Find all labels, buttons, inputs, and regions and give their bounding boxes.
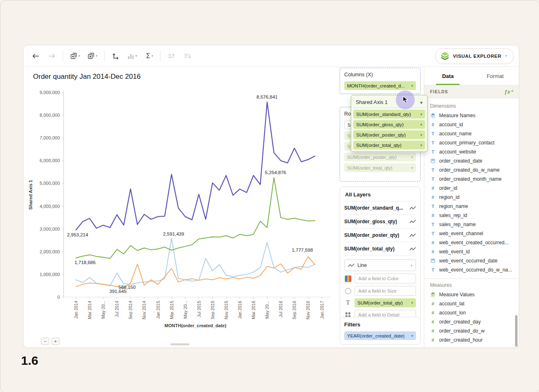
field-item[interactable]: Torder_created_do_w_name bbox=[424, 165, 519, 175]
chart-type-button[interactable]: ▾ bbox=[126, 51, 139, 61]
field-label: web_event_created_occurred... bbox=[439, 240, 508, 246]
number-icon: # bbox=[430, 310, 436, 315]
text-icon: T bbox=[430, 168, 436, 172]
filters-title: Filters bbox=[344, 321, 416, 328]
bar-chart-icon bbox=[128, 53, 134, 59]
field-item[interactable]: Tsales_rep_name bbox=[424, 220, 519, 229]
pill-label: SUM(order_poster_qty) bbox=[356, 132, 406, 137]
svg-text:Mar 2014: Mar 2014 bbox=[87, 301, 92, 319]
sort-ascending-button[interactable] bbox=[166, 51, 176, 61]
data-sidebar: Data Format FIELDS ƒx⁺ Dimensions Measur… bbox=[424, 67, 519, 347]
add-calculated-field-icon[interactable]: ƒx⁺ bbox=[504, 89, 513, 95]
mark-type-dropdown[interactable]: Line ▾ bbox=[344, 260, 416, 271]
pill-label: SUM(order_poster_qty) bbox=[347, 155, 397, 160]
field-item[interactable]: #order_id bbox=[424, 184, 519, 193]
svg-text:Shared Axis 1: Shared Axis 1 bbox=[28, 180, 33, 210]
field-item[interactable]: #sales_rep_id bbox=[424, 211, 519, 220]
chevron-down-icon: ▾ bbox=[505, 54, 507, 58]
swap-axes-icon bbox=[112, 52, 119, 60]
field-item[interactable]: Measure Names bbox=[424, 111, 519, 120]
field-item[interactable]: #region_id bbox=[424, 193, 519, 202]
horizontal-scrollbar[interactable] bbox=[170, 343, 189, 345]
order-quantity-chart[interactable]: 01,000,0002,000,0003,000,0004,000,0005,0… bbox=[26, 85, 339, 332]
pill-label: MONTH(order_created_d... bbox=[347, 83, 405, 88]
forward-button[interactable] bbox=[47, 52, 57, 61]
field-item[interactable]: Measure Values bbox=[424, 290, 519, 299]
layer-label: SUM(order_total_qty) bbox=[344, 246, 395, 252]
layer-row[interactable]: SUM(order_total_qty) bbox=[344, 242, 416, 256]
measure-pill[interactable]: SUM(order_poster_qty)▾ bbox=[353, 130, 425, 139]
shelf-pill[interactable]: SUM(order_total_qty)▾ bbox=[355, 298, 416, 307]
number-icon: # bbox=[430, 319, 436, 324]
filter-pill[interactable]: YEAR(order_created_date) ▾ bbox=[344, 331, 416, 340]
field-item[interactable]: #account_lat bbox=[424, 299, 519, 308]
field-item[interactable]: #order_created_hour bbox=[424, 335, 519, 345]
measure-pill[interactable]: SUM(order_gloss_qty)▾ bbox=[353, 120, 425, 129]
zoom-in-button[interactable]: + bbox=[52, 338, 59, 345]
field-item[interactable]: Taccount_primary_contact bbox=[424, 138, 519, 147]
text-icon: T bbox=[430, 149, 436, 154]
columns-shelf-title: Columns (X) bbox=[344, 72, 416, 78]
measure-pill[interactable]: SUM(order_total_qty)▾ bbox=[353, 141, 425, 149]
field-item[interactable]: order_created_date bbox=[424, 156, 519, 165]
columns-field-pill[interactable]: MONTH(order_created_d... ▾ bbox=[344, 81, 416, 90]
chevron-down-icon: ▾ bbox=[411, 334, 413, 338]
svg-text:2,000,000: 2,000,000 bbox=[40, 249, 60, 254]
measure-pill-ghost[interactable]: SUM(order_poster_qty)▾ bbox=[344, 153, 416, 161]
tab-format[interactable]: Format bbox=[472, 67, 519, 85]
field-item[interactable]: #web_event_created_occurred... bbox=[424, 238, 519, 247]
back-button[interactable] bbox=[30, 52, 41, 61]
field-item[interactable]: #account_id bbox=[424, 120, 519, 129]
shelf-dropzone[interactable]: Add a field to Size bbox=[355, 286, 416, 296]
pill-label: SUM(order_total_qty) bbox=[356, 143, 402, 148]
field-item[interactable]: #web_event_id bbox=[424, 247, 519, 256]
arrow-left-icon bbox=[32, 53, 39, 59]
field-item[interactable]: Tweb_event_occurred_do_w_na... bbox=[424, 265, 519, 274]
svg-text:Jan 2014: Jan 2014 bbox=[73, 301, 78, 319]
svg-text:May 20...: May 20... bbox=[101, 301, 106, 319]
field-item[interactable]: Torder_created_month_name bbox=[424, 175, 519, 184]
field-label: order_created_do_w_name bbox=[439, 167, 500, 173]
clear-card-button[interactable]: ▾ bbox=[86, 51, 99, 61]
visual-explorer-menu-button[interactable]: VISUAL EXPLORER ▾ bbox=[435, 48, 514, 64]
line-mark-icon bbox=[409, 233, 416, 238]
measure-pill[interactable]: SUM(order_standard_qty)▾ bbox=[353, 110, 425, 118]
sort-descending-button[interactable] bbox=[182, 51, 192, 61]
layer-row[interactable]: SUM(order_standard_q... bbox=[344, 201, 416, 215]
svg-text:Nov 2015: Nov 2015 bbox=[224, 301, 229, 319]
pill-label: SUM(order_standard_qty) bbox=[356, 112, 411, 117]
fields-header: FIELDS ƒx⁺ bbox=[424, 85, 519, 98]
aggregate-button[interactable]: Σ ▾ bbox=[144, 51, 155, 61]
field-item[interactable]: #account_lon bbox=[424, 308, 519, 317]
line-mark-icon bbox=[348, 263, 355, 268]
swap-axes-button[interactable] bbox=[110, 51, 121, 61]
measure-pill-ghost[interactable]: SUM(order_total_qty)▾ bbox=[344, 163, 416, 172]
chevron-down-icon: ▾ bbox=[411, 166, 413, 170]
svg-text:6,000,000: 6,000,000 bbox=[40, 158, 60, 163]
field-item[interactable]: Taccount_website bbox=[424, 147, 519, 156]
duplicate-card-button[interactable]: ▾ bbox=[69, 51, 82, 61]
sidebar-scrollbar[interactable] bbox=[515, 315, 518, 347]
svg-text:Jul 2014: Jul 2014 bbox=[114, 301, 119, 317]
field-item[interactable]: Taccount_name bbox=[424, 129, 519, 138]
field-item[interactable]: Tregion_name bbox=[424, 202, 519, 211]
chevron-down-icon: ▾ bbox=[420, 133, 422, 137]
zoom-out-button[interactable]: − bbox=[41, 338, 49, 345]
pill-label: SUM(order_gloss_qty) bbox=[356, 122, 404, 127]
svg-text:May 20...: May 20... bbox=[265, 301, 270, 319]
layer-row[interactable]: SUM(order_gloss_qty) bbox=[344, 215, 416, 228]
shared-axis-header[interactable]: Shared Axis 1 ▾ bbox=[353, 97, 425, 108]
number-icon: # bbox=[430, 213, 436, 218]
field-item[interactable]: Tweb_event_channel bbox=[424, 229, 519, 238]
field-item[interactable]: #order_created_do_w bbox=[424, 326, 519, 335]
field-item[interactable]: web_event_occurred_date bbox=[424, 256, 519, 265]
layer-row[interactable]: SUM(order_poster_qty) bbox=[344, 228, 416, 242]
svg-text:0: 0 bbox=[57, 295, 60, 300]
shelf-dropzone[interactable]: Add a field to Color bbox=[355, 274, 416, 283]
svg-text:8,576,841: 8,576,841 bbox=[257, 94, 278, 99]
tab-data[interactable]: Data bbox=[424, 67, 472, 85]
svg-text:Mar 2015: Mar 2015 bbox=[169, 301, 174, 319]
field-item[interactable]: #order_created_day bbox=[424, 317, 519, 326]
line-mark-icon bbox=[409, 206, 416, 210]
svg-text:4,000,000: 4,000,000 bbox=[40, 204, 60, 209]
